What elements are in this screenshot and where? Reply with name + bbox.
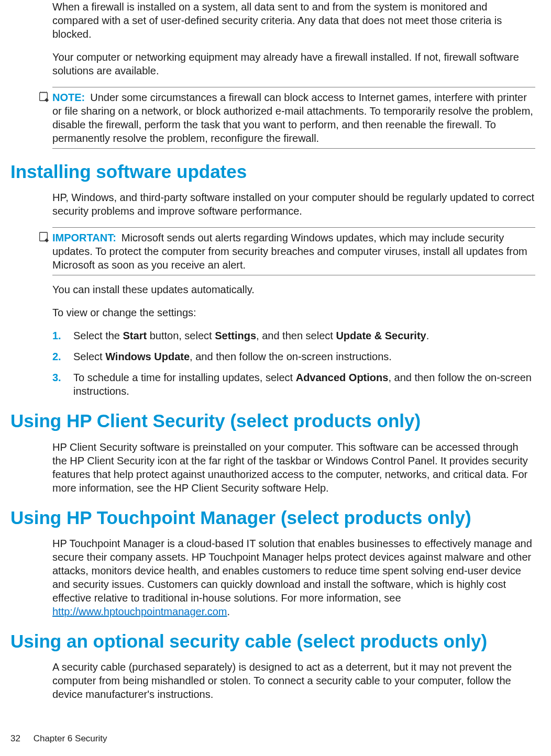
bold-update-security: Update & Security <box>336 330 426 341</box>
step-1: 1. Select the Start button, select Setti… <box>52 329 535 342</box>
para-client-1: HP Client Security software is preinstal… <box>52 440 535 495</box>
para-cable-1: A security cable (purchased separately) … <box>52 660 535 701</box>
bold-advanced-options: Advanced Options <box>296 372 389 383</box>
page-footer: 32 Chapter 6 Security <box>10 733 107 744</box>
para-updates-3: To view or change the settings: <box>52 306 535 319</box>
heading-hp-client-security: Using HP Client Security (select product… <box>10 410 535 431</box>
para-firewall-2: Your computer or networking equipment ma… <box>52 50 535 77</box>
heading-hp-touchpoint: Using HP Touchpoint Manager (select prod… <box>10 507 535 528</box>
important-text: Microsoft sends out alerts regarding Win… <box>52 232 527 271</box>
para-updates-2: You can install these updates automatica… <box>52 283 535 296</box>
steps-list: 1. Select the Start button, select Setti… <box>52 329 535 398</box>
para-firewall-1: When a firewall is installed on a system… <box>52 0 535 41</box>
note-label: NOTE: <box>52 92 85 103</box>
important-icon <box>38 231 49 242</box>
para-updates-1: HP, Windows, and third-party software in… <box>52 191 535 218</box>
heading-security-cable: Using an optional security cable (select… <box>10 631 535 652</box>
note-text: Under some circumstances a firewall can … <box>52 92 533 144</box>
note-callout: NOTE:Under some circumstances a firewall… <box>52 87 535 149</box>
step-number: 1. <box>52 329 61 342</box>
step-3: 3. To schedule a time for installing upd… <box>52 371 535 398</box>
important-label: IMPORTANT: <box>52 232 116 243</box>
page-number: 32 <box>10 733 20 743</box>
bold-windows-update: Windows Update <box>105 351 190 362</box>
step-number: 3. <box>52 371 61 384</box>
bold-settings: Settings <box>215 330 256 341</box>
para-touchpoint-1: HP Touchpoint Manager is a cloud-based I… <box>52 537 535 618</box>
heading-installing-updates: Installing software updates <box>10 161 535 182</box>
touchpoint-link[interactable]: http://www.hptouchpointmanager.com <box>52 606 227 617</box>
step-2: 2. Select Windows Update, and then follo… <box>52 350 535 363</box>
important-callout: IMPORTANT:Microsoft sends out alerts reg… <box>52 227 535 275</box>
bold-start: Start <box>123 330 147 341</box>
note-icon <box>38 91 49 102</box>
step-number: 2. <box>52 350 61 363</box>
step-text: Select the <box>73 330 123 341</box>
chapter-label: Chapter 6 Security <box>34 733 107 743</box>
